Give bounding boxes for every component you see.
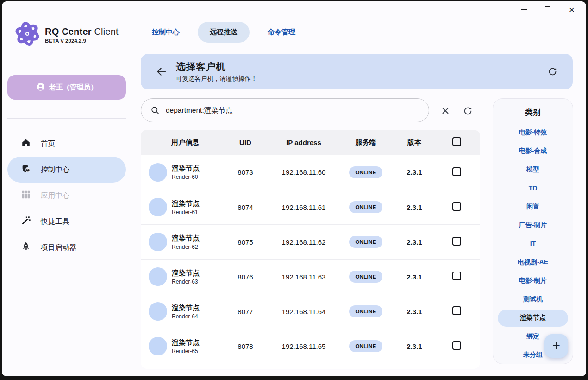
row-checkbox[interactable] xyxy=(452,202,461,211)
app-window: × RQ Center Client BETA V 2024.2.9 xyxy=(2,1,586,376)
categories-list: 电影-特效 电影-合成 模型 TD 闲置 广告-制片 IT 电视剧-AE 电影-… xyxy=(493,123,573,364)
maximize-icon xyxy=(545,6,550,12)
column-header-user: 用户信息 xyxy=(141,138,219,147)
status-badge: ONLINE xyxy=(349,236,382,248)
tab-control-center[interactable]: 控制中心 xyxy=(152,28,180,37)
search-input[interactable] xyxy=(166,106,416,114)
table-row[interactable]: 渲染节点 Render-61 8074 192.168.11.61 ONLINE… xyxy=(141,190,480,224)
search-box[interactable] xyxy=(141,98,429,122)
page-header-banner: 选择客户机 可复选客户机，请谨慎操作！ xyxy=(141,54,573,89)
sidebar-item-project-launcher[interactable]: 项目启动器 xyxy=(7,234,126,260)
client-host: Render-62 xyxy=(172,244,200,250)
client-version: 2.3.1 xyxy=(395,308,433,316)
row-checkbox[interactable] xyxy=(452,167,461,176)
client-host: Render-61 xyxy=(172,209,200,215)
client-uid: 8073 xyxy=(219,168,271,176)
apps-grid-icon xyxy=(21,190,31,202)
app-title: RQ Center Client xyxy=(45,26,119,37)
plus-icon: + xyxy=(552,338,560,354)
banner-refresh-button[interactable] xyxy=(544,63,561,80)
client-uid: 8078 xyxy=(219,342,271,350)
client-host: Render-63 xyxy=(172,279,200,285)
search-refresh-button[interactable] xyxy=(461,104,474,117)
sidebar-divider xyxy=(7,118,126,119)
close-button[interactable]: × xyxy=(563,3,581,15)
sidebar-item-quick-tools[interactable]: 快捷工具 xyxy=(7,209,126,234)
category-item[interactable]: 电影-制片 xyxy=(493,272,573,290)
categories-panel: 类别 电影-特效 电影-合成 模型 TD 闲置 广告-制片 IT 电视剧-AE … xyxy=(493,98,573,364)
minimize-button[interactable] xyxy=(515,3,532,15)
page-subtitle: 可复选客户机，请谨慎操作！ xyxy=(176,75,257,83)
table-row[interactable]: 渲染节点 Render-60 8073 192.168.11.60 ONLINE… xyxy=(141,155,480,190)
client-table: 用户信息 UID IP address 服务端 版本 渲染节点 Render-6… xyxy=(141,130,480,369)
client-host: Render-65 xyxy=(172,348,200,355)
client-name: 渲染节点 xyxy=(172,338,200,347)
client-name: 渲染节点 xyxy=(172,164,200,173)
rocket-icon xyxy=(21,241,31,253)
client-avatar xyxy=(149,337,167,355)
category-item[interactable]: IT xyxy=(493,234,573,253)
table-row[interactable]: 渲染节点 Render-63 8076 192.168.11.63 ONLINE… xyxy=(141,259,480,294)
client-version: 2.3.1 xyxy=(395,342,433,350)
search-icon xyxy=(150,106,160,115)
category-item[interactable]: 电影-合成 xyxy=(493,142,573,160)
minimize-icon xyxy=(521,9,527,10)
user-badge[interactable]: 老王（管理员） xyxy=(7,75,126,100)
row-checkbox[interactable] xyxy=(452,306,461,315)
category-item[interactable]: 渲染节点 xyxy=(498,310,568,327)
client-table-header: 用户信息 UID IP address 服务端 版本 xyxy=(141,130,480,155)
client-ip: 192.168.11.61 xyxy=(271,203,336,211)
client-ip: 192.168.11.63 xyxy=(271,273,336,281)
clear-search-button[interactable] xyxy=(439,104,452,117)
page-title: 选择客户机 xyxy=(176,60,257,73)
client-host: Render-64 xyxy=(172,313,200,320)
status-badge: ONLINE xyxy=(349,166,382,178)
status-badge: ONLINE xyxy=(349,201,382,213)
add-category-button[interactable]: + xyxy=(544,334,568,358)
maximize-button[interactable] xyxy=(539,3,557,15)
tab-command-management[interactable]: 命令管理 xyxy=(268,28,295,37)
table-row[interactable]: 渲染节点 Render-65 8078 192.168.11.65 ONLINE… xyxy=(141,329,480,363)
client-version: 2.3.1 xyxy=(395,273,433,281)
row-checkbox[interactable] xyxy=(452,237,461,246)
table-row[interactable]: 渲染节点 Render-62 8075 192.168.11.62 ONLINE… xyxy=(141,224,480,259)
sidebar-item-label: 快捷工具 xyxy=(41,217,69,227)
close-icon: × xyxy=(569,5,575,14)
category-item[interactable]: 测试机 xyxy=(493,290,573,309)
client-version: 2.3.1 xyxy=(395,168,433,176)
client-uid: 8075 xyxy=(219,238,271,246)
category-item[interactable]: 电视剧-AE xyxy=(493,253,573,272)
sidebar-item-label: 应用中心 xyxy=(41,191,69,201)
sidebar-item-app-center: 应用中心 xyxy=(7,183,126,209)
select-all-checkbox[interactable] xyxy=(452,137,461,146)
column-header-uid: UID xyxy=(219,139,271,146)
table-row[interactable]: 渲染节点 Render-64 8077 192.168.11.64 ONLINE… xyxy=(141,294,480,329)
row-checkbox[interactable] xyxy=(452,341,461,350)
category-item[interactable]: 模型 xyxy=(493,160,573,179)
client-uid: 8076 xyxy=(219,273,271,281)
category-item[interactable]: TD xyxy=(493,179,573,197)
refresh-icon xyxy=(547,66,558,77)
client-table-body: 渲染节点 Render-60 8073 192.168.11.60 ONLINE… xyxy=(141,155,480,363)
sidebar-item-control-center[interactable]: 控制中心 xyxy=(7,157,126,183)
category-item[interactable]: 广告-制片 xyxy=(493,216,573,234)
sidebar-item-label: 项目启动器 xyxy=(41,243,77,253)
back-button[interactable] xyxy=(153,63,169,80)
magic-wand-icon xyxy=(21,215,31,228)
sidebar-item-label: 首页 xyxy=(41,139,55,149)
tab-remote-push[interactable]: 远程推送 xyxy=(198,22,250,43)
client-name: 渲染节点 xyxy=(172,269,200,278)
client-uid: 8077 xyxy=(219,308,271,316)
window-controls: × xyxy=(515,3,581,15)
top-nav: 控制中心 远程推送 命令管理 xyxy=(141,21,295,43)
sidebar-item-home[interactable]: 首页 xyxy=(7,131,126,157)
user-name-label: 老王（管理员） xyxy=(49,83,98,92)
row-checkbox[interactable] xyxy=(452,272,461,280)
client-host: Render-60 xyxy=(172,174,200,180)
shield-user-icon xyxy=(21,164,31,176)
category-item[interactable]: 闲置 xyxy=(493,197,573,216)
clear-x-icon xyxy=(440,106,450,116)
client-name: 渲染节点 xyxy=(172,199,200,208)
category-item[interactable]: 电影-特效 xyxy=(493,123,573,142)
sidebar-menu: 首页 控制中心 应用中心 xyxy=(7,131,126,260)
